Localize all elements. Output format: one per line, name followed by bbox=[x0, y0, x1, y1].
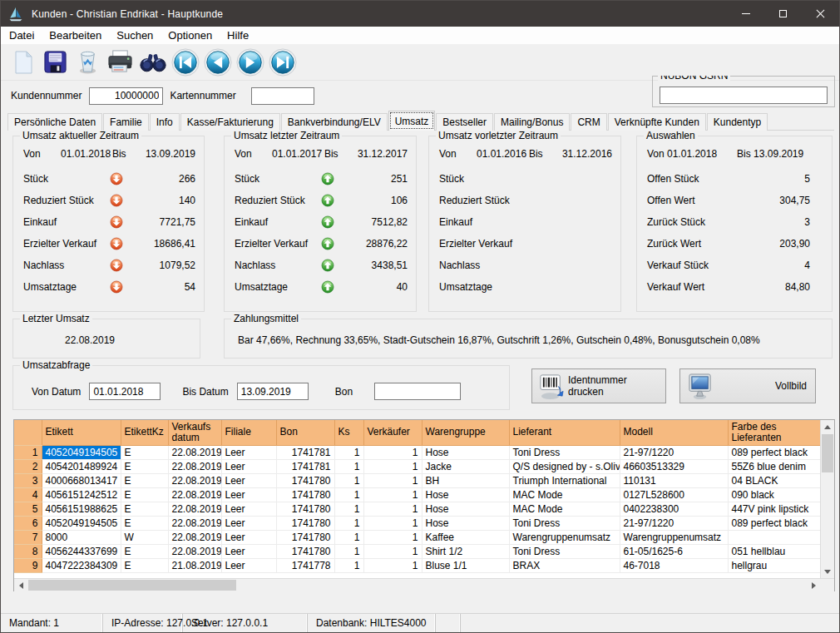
modell-cell[interactable]: 110131 bbox=[620, 473, 728, 487]
farbe-cell[interactable]: hellgrau bbox=[728, 558, 820, 572]
farbe-cell[interactable]: 04 BLACK bbox=[728, 473, 820, 487]
bon-cell[interactable]: 1741780 bbox=[276, 487, 334, 502]
filiale-cell[interactable]: Leer bbox=[221, 502, 276, 516]
bon-cell[interactable]: 1741780 bbox=[276, 544, 334, 558]
verkaufsdatum-cell[interactable]: 21.08.2019 bbox=[168, 558, 221, 572]
warengruppe-cell[interactable]: Hose bbox=[422, 445, 509, 459]
etikett-cell[interactable]: 8000 bbox=[42, 530, 121, 544]
modell-cell[interactable]: 0127L528600 bbox=[620, 487, 728, 502]
nav-previous-button[interactable] bbox=[201, 47, 234, 78]
table-row[interactable]: 5 4056151988625 E 22.08.2019 Leer 174178… bbox=[14, 502, 820, 516]
verkaufsdatum-cell[interactable]: 22.08.2019 bbox=[168, 473, 221, 487]
tab[interactable]: Mailing/Bonus bbox=[494, 113, 570, 131]
menu-item[interactable]: Datei bbox=[2, 29, 42, 42]
filiale-cell[interactable]: Leer bbox=[221, 544, 276, 558]
table-row[interactable]: 2 4054201489924 E 22.08.2019 Leer 174178… bbox=[14, 459, 820, 473]
column-header[interactable]: Verkäufer bbox=[363, 420, 422, 445]
column-header[interactable]: Ks bbox=[334, 420, 363, 445]
tab[interactable]: Kasse/Fakturierung bbox=[180, 113, 280, 131]
tab[interactable]: Umsatz bbox=[388, 111, 436, 131]
row-number-cell[interactable]: 1 bbox=[14, 445, 42, 459]
verkaufsdatum-cell[interactable]: 22.08.2019 bbox=[168, 544, 221, 558]
lieferant-cell[interactable]: Toni Dress bbox=[509, 445, 620, 459]
ks-cell[interactable]: 1 bbox=[334, 473, 363, 487]
tab[interactable]: Bestseller bbox=[436, 113, 493, 131]
filiale-cell[interactable]: Leer bbox=[221, 487, 276, 502]
filiale-cell[interactable]: Leer bbox=[221, 445, 276, 459]
warengruppe-cell[interactable]: Bluse 1/1 bbox=[422, 558, 509, 572]
lieferant-cell[interactable]: Q/S designed by - s.Oliver bbox=[509, 459, 620, 473]
kundennummer-input[interactable] bbox=[89, 87, 163, 105]
delete-button[interactable] bbox=[72, 47, 104, 78]
column-header[interactable]: Modell bbox=[620, 420, 728, 445]
tab[interactable]: Kundentyp bbox=[707, 113, 768, 131]
etikett-cell[interactable]: 4052049194505 bbox=[42, 445, 121, 459]
filiale-cell[interactable]: Leer bbox=[221, 530, 276, 544]
menu-item[interactable]: Suchen bbox=[109, 29, 161, 42]
ks-cell[interactable]: 1 bbox=[334, 516, 363, 530]
etikettkz-cell[interactable]: E bbox=[121, 487, 168, 502]
column-header[interactable]: Warengruppe bbox=[422, 420, 509, 445]
verkaeufer-cell[interactable]: 1 bbox=[363, 530, 422, 544]
column-header[interactable]: Lieferant bbox=[509, 420, 620, 445]
bon-cell[interactable]: 1741778 bbox=[276, 558, 334, 572]
modell-cell[interactable]: 61-05/1625-6 bbox=[620, 544, 728, 558]
etikett-cell[interactable]: 4000668013417 bbox=[42, 473, 121, 487]
ks-cell[interactable]: 1 bbox=[334, 445, 363, 459]
bon-cell[interactable]: 1741781 bbox=[276, 459, 334, 473]
ks-cell[interactable]: 1 bbox=[334, 487, 363, 502]
bon-input[interactable] bbox=[374, 383, 461, 400]
nav-first-button[interactable] bbox=[169, 47, 201, 78]
nav-last-button[interactable] bbox=[266, 47, 299, 78]
lieferant-cell[interactable]: MAC Mode bbox=[509, 502, 620, 516]
farbe-cell[interactable] bbox=[728, 530, 820, 544]
scroll-down-button[interactable] bbox=[821, 565, 834, 578]
row-number-cell[interactable]: 9 bbox=[14, 558, 42, 572]
verkaeufer-cell[interactable]: 1 bbox=[363, 558, 422, 572]
ks-cell[interactable]: 1 bbox=[334, 544, 363, 558]
etikettkz-cell[interactable]: E bbox=[121, 445, 168, 459]
search-button[interactable] bbox=[136, 47, 169, 78]
lieferant-cell[interactable]: BRAX bbox=[509, 558, 620, 572]
save-button[interactable] bbox=[39, 47, 72, 78]
filiale-cell[interactable]: Leer bbox=[221, 473, 276, 487]
warengruppe-cell[interactable]: Kaffee bbox=[422, 530, 509, 544]
lieferant-cell[interactable]: Toni Dress bbox=[509, 516, 620, 530]
menu-item[interactable]: Optionen bbox=[161, 29, 220, 42]
verkaufsdatum-cell[interactable]: 22.08.2019 bbox=[168, 445, 221, 459]
vertical-scrollbar[interactable] bbox=[820, 420, 834, 578]
identnummer-drucken-button[interactable]: Identnummer drucken bbox=[531, 368, 666, 403]
table-row[interactable]: 4 4056151242512 E 22.08.2019 Leer 174178… bbox=[14, 487, 820, 502]
etikett-cell[interactable]: 4056151988625 bbox=[42, 502, 121, 516]
warengruppe-cell[interactable]: Shirt 1/2 bbox=[422, 544, 509, 558]
modell-cell[interactable]: 0402238300 bbox=[620, 502, 728, 516]
farbe-cell[interactable]: 447V pink lipstick bbox=[728, 502, 820, 516]
menu-item[interactable]: Hilfe bbox=[220, 29, 256, 42]
row-number-cell[interactable]: 8 bbox=[14, 544, 42, 558]
vollbild-button[interactable]: Vollbild bbox=[679, 368, 816, 403]
filiale-cell[interactable]: Leer bbox=[221, 558, 276, 572]
tab[interactable]: Familie bbox=[103, 113, 149, 131]
verkaeufer-cell[interactable]: 1 bbox=[363, 502, 422, 516]
column-header[interactable]: Etikett bbox=[42, 420, 121, 445]
verkaeufer-cell[interactable]: 1 bbox=[363, 473, 422, 487]
lieferant-cell[interactable]: MAC Mode bbox=[509, 487, 620, 502]
etikettkz-cell[interactable]: E bbox=[121, 473, 168, 487]
close-button[interactable] bbox=[802, 1, 839, 27]
column-header[interactable]: Bon bbox=[276, 420, 334, 445]
table-row[interactable]: 9 4047222384309 E 21.08.2019 Leer 174177… bbox=[14, 558, 820, 572]
tab[interactable]: Persönliche Daten bbox=[7, 113, 102, 131]
nubon-gsrn-input[interactable] bbox=[660, 87, 828, 104]
maximize-button[interactable] bbox=[764, 1, 802, 27]
column-header[interactable]: Filiale bbox=[221, 420, 276, 445]
row-number-cell[interactable]: 4 bbox=[14, 487, 42, 502]
filiale-cell[interactable]: Leer bbox=[221, 459, 276, 473]
warengruppe-cell[interactable]: Hose bbox=[422, 502, 509, 516]
menu-item[interactable]: Bearbeiten bbox=[42, 29, 109, 42]
verkaufsdatum-cell[interactable]: 22.08.2019 bbox=[168, 502, 221, 516]
modell-cell[interactable]: Warengruppenumsatz bbox=[620, 530, 728, 544]
column-header[interactable]: Verkaufs datum bbox=[168, 420, 221, 445]
etikett-cell[interactable]: 4056151242512 bbox=[42, 487, 121, 502]
row-number-cell[interactable]: 7 bbox=[14, 530, 42, 544]
verkaufsdatum-cell[interactable]: 22.08.2019 bbox=[168, 487, 221, 502]
